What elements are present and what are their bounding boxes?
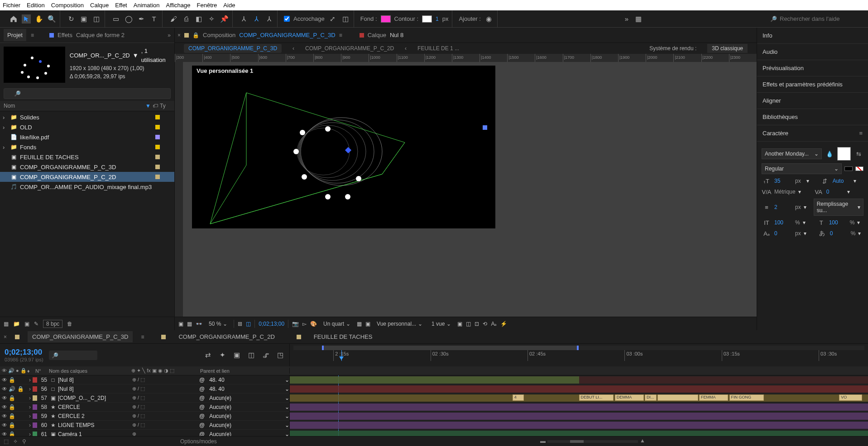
interpret-footage-icon[interactable]: ▦ xyxy=(4,321,9,327)
swap-colors-icon[interactable]: ⇆ xyxy=(854,150,863,158)
project-item[interactable]: 📄like/like.pdf xyxy=(0,132,174,142)
camera-tool-icon[interactable]: ▣ xyxy=(79,14,88,24)
layer-row[interactable]: 👁 🔒›57▣[COMP_O..._C_2D]⊕ / ⬚@Aucun(e)⌄ xyxy=(0,394,289,403)
axis-local-icon[interactable]: ⅄ xyxy=(239,14,248,24)
mask-icon[interactable]: 👓 xyxy=(196,321,202,327)
canvas-wrapper[interactable]: Vue personnalisée 1 xyxy=(183,62,757,317)
roto-tool-icon[interactable]: ✧ xyxy=(207,14,216,24)
stroke-width[interactable]: 1 xyxy=(436,16,439,22)
stamp-tool-icon[interactable]: ⎙ xyxy=(182,14,191,24)
layer-row[interactable]: 👁 🔊 🔒›56□[Nul 8]⊕ / ⬚@48. 40⌄ xyxy=(0,384,289,394)
marker[interactable]: FIN GONG xyxy=(729,394,764,401)
vf3-icon[interactable]: ⊡ xyxy=(475,321,479,327)
col-name[interactable]: Nom xyxy=(4,103,145,109)
timeline-search-input[interactable] xyxy=(58,352,95,359)
view-dropdown[interactable]: Vue personnal... ⌄ xyxy=(374,320,425,328)
vf5-icon[interactable]: Aₐ xyxy=(491,321,497,327)
stroke-swatch[interactable] xyxy=(422,15,432,23)
effects-label[interactable]: Effets xyxy=(58,32,72,38)
timeline-current-time[interactable]: 0;02;13;00 xyxy=(5,348,43,357)
tl-tab-1[interactable]: COMP_ORGANIGRAMME_P_C_2D xyxy=(174,331,279,342)
project-tab[interactable]: Projet xyxy=(4,29,26,41)
tl-opt4-icon[interactable]: ◫ xyxy=(247,351,256,360)
panel-preview[interactable]: Prévisualisation xyxy=(757,60,868,76)
zoom-tool-icon[interactable]: 🔍 xyxy=(47,14,56,24)
layer-row[interactable]: 👁 🔒›60★LIGNE TEMPS⊕ / ⬚@Aucun(e)⌄ xyxy=(0,421,289,430)
menu-animation[interactable]: Animation xyxy=(134,2,160,9)
snap-opt1-icon[interactable]: ⤢ xyxy=(328,14,337,24)
help-search-input[interactable] xyxy=(780,15,860,22)
color-mgmt-icon[interactable]: 🎨 xyxy=(310,321,317,327)
subtab-prev-icon[interactable]: ‹ xyxy=(293,45,294,52)
vscale-value[interactable]: 100 xyxy=(774,219,792,226)
col-layers[interactable]: Nom des calques xyxy=(49,368,129,374)
trash-icon[interactable]: 🗑 xyxy=(67,321,72,327)
layer-handle[interactable] xyxy=(483,125,487,130)
close-tab-icon[interactable]: × xyxy=(177,32,181,38)
vf4-icon[interactable]: ⟲ xyxy=(483,321,487,327)
subtab-prev2-icon[interactable]: ‹ xyxy=(405,45,407,52)
always-preview-icon[interactable]: ▣ xyxy=(178,321,183,327)
overflow-icon[interactable]: » xyxy=(622,14,631,24)
col-num[interactable]: N° xyxy=(33,368,49,374)
show-snapshot-icon[interactable]: ▻ xyxy=(302,321,307,327)
chevron-down-icon[interactable]: ▼ xyxy=(133,51,139,60)
tl-opt6-icon[interactable]: ◳ xyxy=(276,351,285,360)
zoom-dropdown[interactable]: 50 % ⌄ xyxy=(206,320,230,328)
tsume-value[interactable]: 0 xyxy=(830,230,848,237)
font-select[interactable]: Another Monday...⌄ xyxy=(762,148,822,159)
marker[interactable]: DI... xyxy=(645,394,657,401)
orbit-tool-icon[interactable]: ↻ xyxy=(67,14,76,24)
sort-icon[interactable]: ▼ xyxy=(145,103,151,109)
track[interactable] xyxy=(290,375,868,384)
tl-tab-2[interactable]: FEUILLE DE TACHES xyxy=(309,331,377,342)
panel-libraries[interactable]: Bibliothèques xyxy=(757,109,868,125)
track[interactable] xyxy=(290,403,868,412)
text-stroke-black[interactable] xyxy=(844,166,853,171)
menu-help[interactable]: Aide xyxy=(223,2,235,9)
vf1-icon[interactable]: ▣ xyxy=(457,321,462,327)
panel-effects[interactable]: Effets et paramètres prédéfinis xyxy=(757,76,868,93)
snap-opt2-icon[interactable]: ◫ xyxy=(341,14,350,24)
tl-opt5-icon[interactable]: 🖇 xyxy=(261,351,270,360)
menu-view[interactable]: Affichage xyxy=(166,2,191,9)
track[interactable] xyxy=(290,384,868,394)
col-label[interactable]: 🏷 xyxy=(151,103,160,109)
panel-info[interactable]: Info xyxy=(757,28,868,44)
font-size-value[interactable]: 35 xyxy=(774,178,792,184)
new-comp-icon[interactable]: ▣ xyxy=(24,321,29,327)
timeline-zoom-slider[interactable]: ▬ ▲ xyxy=(547,440,638,443)
brush-tool-icon[interactable]: 🖌 xyxy=(169,14,178,24)
project-overflow-icon[interactable]: » xyxy=(168,32,171,38)
comp-name[interactable]: COMP_ORGANIGRAMME_P_C_3D xyxy=(239,32,335,38)
leading-value[interactable]: Auto xyxy=(833,178,851,184)
project-panel-menu-icon[interactable]: ≡ xyxy=(31,32,34,38)
timeline-icon[interactable]: ▣ xyxy=(365,321,370,327)
home-icon[interactable] xyxy=(9,14,18,24)
hand-tool-icon[interactable]: ✋ xyxy=(34,14,43,24)
snap-checkbox[interactable] xyxy=(284,16,290,22)
marker[interactable]: 4 xyxy=(513,394,524,401)
col-parent[interactable]: Parent et lien xyxy=(197,368,289,374)
kerning-value[interactable]: Métrique xyxy=(774,189,796,195)
bpc-button[interactable]: 8 bpc xyxy=(43,320,62,328)
eraser-tool-icon[interactable]: ◧ xyxy=(194,14,203,24)
track[interactable]: 4DEBUT LI...DEMMADI...FEMMAFIN GONGVO xyxy=(290,394,868,403)
fill-over-stroke-select[interactable]: Remplissage su...▾ xyxy=(814,199,863,216)
tl-foot1-icon[interactable]: ⬚ xyxy=(4,438,9,445)
pin-tool-icon[interactable]: 📌 xyxy=(220,14,229,24)
marker[interactable]: DEMMA xyxy=(615,394,644,401)
tl-foot2-icon[interactable]: ✧ xyxy=(13,438,18,445)
axis-world-icon[interactable]: ⅄ xyxy=(252,14,261,24)
new-folder-icon[interactable]: 📁 xyxy=(13,321,20,327)
menu-file[interactable]: Fichier xyxy=(3,2,20,9)
layer-row[interactable]: 👁 🔒›59★CERCLE 2⊕ / ⬚@Aucun(e)⌄ xyxy=(0,412,289,421)
tracking-value[interactable]: 0 xyxy=(826,189,844,195)
tl-tab-menu-icon[interactable]: ≡ xyxy=(141,334,144,340)
pen-tool-icon[interactable]: ✒ xyxy=(137,14,146,24)
track[interactable] xyxy=(290,430,868,436)
project-item[interactable]: ▣COMP_ORGANIGRAMME_P_C_2D xyxy=(0,172,174,182)
menu-layer[interactable]: Calque xyxy=(90,2,109,9)
lock-icon[interactable]: 🔒 xyxy=(192,32,199,38)
vf2-icon[interactable]: ◫ xyxy=(466,321,471,327)
